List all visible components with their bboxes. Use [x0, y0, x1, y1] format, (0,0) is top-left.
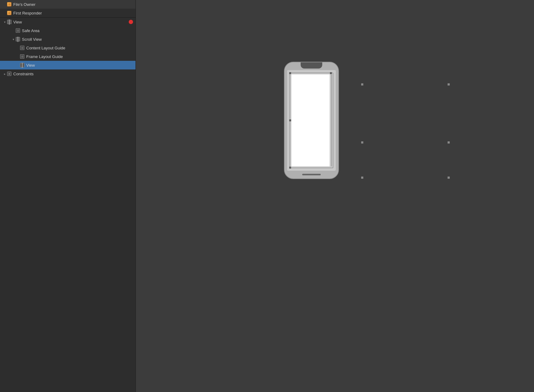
sidebar-item-safe-area[interactable]: Safe Area: [0, 26, 136, 35]
handle-top-right[interactable]: [330, 72, 332, 74]
anchor-dot-4: [448, 141, 450, 144]
sidebar-item-scroll-view[interactable]: Scroll View: [0, 35, 136, 44]
scroll-view-label: Scroll View: [22, 37, 136, 42]
guide-icon-safe-area: [15, 28, 20, 33]
sidebar-item-content-layout-guide[interactable]: Content Layout Guide: [0, 44, 136, 52]
constraints-label: Constraints: [13, 72, 136, 76]
handle-top-left[interactable]: [289, 72, 291, 74]
cube-icon-files-owner: [7, 2, 12, 7]
handle-bottom-left[interactable]: [289, 167, 291, 169]
constraints-icon: [7, 71, 12, 76]
content-layout-guide-label: Content Layout Guide: [26, 46, 136, 50]
view-icon-scroll-view: [15, 37, 20, 42]
cube-icon-first-responder: [7, 10, 12, 15]
inner-view-label: View: [26, 63, 136, 68]
phone-screen: [287, 70, 336, 171]
chevron-constraints[interactable]: [2, 72, 7, 76]
sidebar-item-first-responder[interactable]: First Responder: [0, 9, 136, 17]
anchor-dot-5: [361, 177, 363, 179]
phone-home-bar: [302, 174, 321, 175]
anchor-dot-1: [361, 83, 363, 85]
anchor-dot-3: [361, 141, 363, 144]
phone-notch: [301, 62, 322, 69]
chevron-scroll-view[interactable]: [11, 37, 15, 41]
view-root-label: View: [13, 20, 129, 24]
view-icon-root: [7, 19, 12, 24]
scroll-view-visual: [290, 73, 333, 168]
phone-mockup: [284, 62, 339, 179]
anchor-dot-6: [448, 177, 450, 179]
anchor-dot-2: [448, 83, 450, 85]
sidebar-item-inner-view[interactable]: View: [0, 61, 136, 69]
handle-mid-left[interactable]: [289, 119, 291, 121]
phone-body: [284, 62, 339, 179]
scrollbar: [331, 74, 332, 166]
first-responder-label: First Responder: [13, 11, 136, 15]
chevron-view-root[interactable]: [2, 20, 7, 24]
interface-canvas: [136, 0, 534, 392]
view-icon-inner: [20, 63, 25, 68]
frame-layout-guide-label: Frame Layout Guide: [26, 54, 136, 59]
sidebar-item-frame-layout-guide[interactable]: Frame Layout Guide: [0, 52, 136, 61]
safe-area-label: Safe Area: [22, 28, 136, 33]
inner-view-visual: [291, 74, 330, 166]
sidebar-item-constraints[interactable]: Constraints: [0, 69, 136, 78]
sidebar-item-files-owner[interactable]: File's Owner: [0, 0, 136, 9]
sidebar-item-view-root[interactable]: View: [0, 18, 136, 26]
guide-icon-frame: [20, 54, 25, 59]
guide-icon-content: [20, 45, 25, 50]
outline-sidebar: File's Owner First Responder View Safe A…: [0, 0, 136, 392]
files-owner-label: File's Owner: [13, 2, 136, 7]
red-dot-indicator: [129, 20, 133, 24]
